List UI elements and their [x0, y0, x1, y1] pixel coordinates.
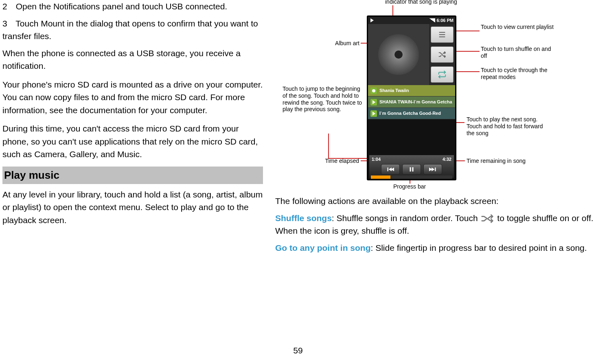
repeat-icon	[438, 70, 447, 79]
callout-playlist: Touch to view current playlist	[481, 24, 554, 31]
svg-rect-3	[388, 167, 388, 171]
line-playlist	[456, 31, 480, 31]
album-row	[368, 24, 455, 85]
sd-mounted-note: Your phone's micro SD card is mounted as…	[2, 78, 263, 117]
page-number: 59	[0, 344, 596, 357]
callout-repeat: Touch to cycle through the repeat modes	[481, 67, 554, 81]
signal-icon	[429, 18, 435, 22]
shuffle-icon	[438, 50, 447, 59]
play-music-body: At any level in your library, touch and …	[2, 188, 263, 227]
track-row-song[interactable]: I`m Gonna Getcha Good-Red	[368, 108, 455, 119]
next-button[interactable]	[423, 164, 442, 175]
song-icon	[370, 110, 377, 117]
usb-storage-note: When the phone is connected as a USB sto…	[2, 47, 263, 72]
cd-icon	[378, 34, 419, 75]
pause-button[interactable]	[402, 164, 421, 175]
shuffle-action-title: Shuffle songs	[275, 213, 332, 223]
line-repeat	[456, 71, 480, 72]
actions-intro: The following actions are available on t…	[275, 195, 594, 208]
prev-icon	[387, 167, 394, 172]
section-play-music: Play music	[2, 167, 263, 184]
track-song: I`m Gonna Getcha Good-Red	[379, 110, 441, 117]
time-remaining: 4:32	[443, 156, 451, 163]
album-art[interactable]	[368, 24, 429, 85]
line-jump-v	[328, 134, 329, 158]
callout-shuffle: Touch to turn shuffle on and off	[481, 46, 554, 59]
step-3: 3 Touch Mount in the dialog that opens t…	[2, 17, 263, 43]
track-row-artist[interactable]: Shania Twaiin	[368, 85, 455, 96]
pause-icon	[408, 167, 415, 172]
svg-rect-7	[412, 167, 414, 171]
goto-action-title: Go to any point in song	[275, 243, 370, 252]
phone-mockup: 6:06 PM	[367, 15, 456, 180]
goto-action: Go to any point in song: Slide fingertip…	[275, 241, 594, 254]
step-2: 2 Open the Notifications panel and touch…	[2, 0, 263, 13]
svg-marker-9	[432, 167, 435, 171]
left-column: 2 Open the Notifications panel and touch…	[2, 0, 263, 258]
playlist-icon	[438, 30, 447, 39]
line-shuffle	[456, 51, 480, 52]
progress-fill	[371, 175, 390, 179]
playback-diagram: indicator that song is playing Album art…	[275, 0, 560, 191]
shuffle-action-text1: : Shuffle songs in random order. Touch	[332, 213, 478, 223]
svg-rect-6	[410, 167, 411, 171]
time-row: 1:04 4:32	[369, 155, 454, 163]
svg-rect-10	[435, 167, 436, 171]
status-time: 6:06 PM	[436, 17, 454, 24]
callout-remaining: Time remaining in song	[467, 158, 552, 164]
artist-icon	[370, 88, 377, 94]
progress-bar[interactable]	[371, 175, 452, 179]
repeat-button[interactable]	[431, 66, 454, 83]
album-icon	[370, 99, 377, 105]
callout-album-art: Album art	[326, 40, 359, 47]
shuffle-action: Shuffle songs: Shuffle songs in random o…	[275, 212, 594, 237]
playback-controls: 1:04 4:32	[369, 155, 454, 178]
next-icon	[429, 167, 436, 172]
sd-access-warning: During this time, you can't access the m…	[2, 122, 263, 161]
goto-action-text: : Slide fingertip in progress bar to des…	[370, 243, 587, 252]
status-bar: 6:06 PM	[368, 17, 455, 24]
time-elapsed: 1:04	[372, 156, 381, 163]
prev-button[interactable]	[381, 164, 400, 175]
control-button-row	[369, 164, 454, 175]
right-column: indicator that song is playing Album art…	[275, 0, 594, 258]
shuffle-button[interactable]	[431, 46, 454, 63]
callout-next: Touch to play the next song. Touch and h…	[467, 116, 552, 136]
track-row-album[interactable]: SHANIA TWAIN-I`m Gonna Getcha	[368, 96, 455, 108]
callout-progress: Progress bar	[393, 183, 442, 190]
track-album: SHANIA TWAIN-I`m Gonna Getcha	[379, 99, 452, 105]
playing-indicator-icon	[370, 18, 374, 22]
track-artist: Shania Twaiin	[379, 87, 409, 94]
status-right: 6:06 PM	[429, 17, 454, 24]
callout-jump: Touch to jump to the beginning of the so…	[283, 86, 364, 113]
callout-indicator: indicator that song is playing	[385, 0, 467, 5]
playlist-button[interactable]	[431, 26, 454, 43]
page-columns: 2 Open the Notifications panel and touch…	[0, 0, 596, 258]
phone-screen: 6:06 PM	[368, 17, 455, 179]
shuffle-inline-icon	[480, 214, 495, 224]
side-buttons	[429, 24, 455, 85]
